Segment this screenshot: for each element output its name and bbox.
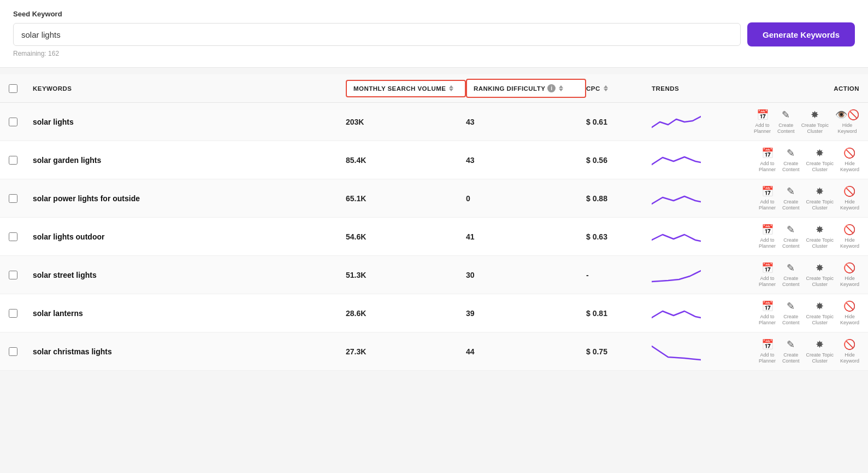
row-checkbox[interactable]: [9, 347, 33, 356]
calendar-icon: 📅: [761, 185, 773, 197]
keywords-table: KEYWORDS MONTHLY SEARCH VOLUME RANKING D…: [0, 74, 868, 371]
calendar-icon: 📅: [761, 300, 773, 312]
create-content-button[interactable]: ✎ CreateContent: [782, 185, 800, 211]
cluster-icon: ✸: [811, 109, 819, 121]
hide-keyword-button[interactable]: 🚫 HideKeyword: [840, 224, 859, 249]
add-to-planner-button[interactable]: 📅 Add toPlanner: [759, 147, 776, 173]
keyword-name: solar street lights: [33, 271, 346, 279]
table-row: solar christmas lights 27.3K 44 $ 0.75 📅…: [0, 332, 868, 371]
th-ranking-difficulty[interactable]: RANKING DIFFICULTY i: [466, 79, 586, 98]
hide-keyword-button[interactable]: 🚫 HideKeyword: [840, 338, 859, 364]
difficulty-cell: 39: [466, 309, 586, 318]
generate-keywords-button[interactable]: Generate Keywords: [747, 22, 855, 46]
create-content-button[interactable]: ✎ CreateContent: [782, 147, 800, 173]
create-content-button[interactable]: ✎ CreateContent: [782, 262, 800, 288]
hide-keyword-button[interactable]: 🚫 HideKeyword: [840, 262, 859, 288]
calendar-icon: 📅: [761, 224, 773, 236]
create-topic-cluster-button[interactable]: ✸ Create TopicCluster: [806, 224, 834, 249]
cpc-cell: $ 0.56: [586, 156, 652, 165]
seed-label: Seed Keyword: [13, 10, 855, 18]
table-row: solar garden lights 85.4K 43 $ 0.56 📅 Ad…: [0, 141, 868, 179]
action-cell: 📅 Add toPlanner ✎ CreateContent ✸ Create…: [739, 109, 859, 135]
action-cell: 📅 Add toPlanner ✎ CreateContent ✸ Create…: [739, 147, 859, 173]
table-header: KEYWORDS MONTHLY SEARCH VOLUME RANKING D…: [0, 74, 868, 103]
trends-cell: [652, 188, 739, 209]
hide-icon: 🚫: [843, 262, 855, 274]
hide-keyword-button[interactable]: 🚫 HideKeyword: [840, 300, 859, 326]
cluster-icon: ✸: [816, 300, 824, 312]
cpc-cell: $ 0.63: [586, 232, 652, 241]
hide-keyword-button[interactable]: 👁️‍🚫 HideKeyword: [835, 109, 859, 135]
action-cell: 📅 Add toPlanner ✎ CreateContent ✸ Create…: [739, 262, 859, 288]
calendar-icon: 📅: [757, 109, 769, 121]
volume-cell: 28.6K: [346, 309, 466, 318]
volume-cell: 65.1K: [346, 194, 466, 203]
edit-icon: ✎: [787, 185, 795, 197]
difficulty-cell: 43: [466, 118, 586, 126]
row-checkbox[interactable]: [9, 156, 33, 165]
th-trends: TRENDS: [652, 78, 739, 100]
hide-keyword-button[interactable]: 🚫 HideKeyword: [840, 185, 859, 211]
hide-icon: 🚫: [843, 224, 855, 236]
volume-cell: 51.3K: [346, 271, 466, 279]
keyword-name: solar power lights for outside: [33, 194, 346, 203]
create-topic-cluster-button[interactable]: ✸ Create TopicCluster: [801, 109, 829, 135]
th-keywords: KEYWORDS: [33, 78, 346, 100]
create-topic-cluster-button[interactable]: ✸ Create TopicCluster: [806, 338, 834, 364]
create-topic-cluster-button[interactable]: ✸ Create TopicCluster: [806, 262, 834, 288]
hide-icon: 🚫: [843, 185, 855, 197]
add-to-planner-button[interactable]: 📅 Add toPlanner: [759, 224, 776, 249]
th-action: ACTION: [739, 78, 859, 100]
hide-keyword-button[interactable]: 🚫 HideKeyword: [840, 147, 859, 173]
cluster-icon: ✸: [816, 147, 824, 159]
create-content-button[interactable]: ✎ CreateContent: [782, 224, 800, 249]
edit-icon: ✎: [787, 300, 795, 312]
keyword-name: solar christmas lights: [33, 347, 346, 356]
cluster-icon: ✸: [816, 262, 824, 274]
create-content-button[interactable]: ✎ CreateContent: [782, 338, 800, 364]
hide-icon: 👁️‍🚫: [835, 109, 859, 121]
cluster-icon: ✸: [816, 224, 824, 236]
sort-icon-volume: [449, 85, 453, 91]
add-to-planner-button[interactable]: 📅 Add toPlanner: [759, 262, 776, 288]
keyword-name: solar lanterns: [33, 309, 346, 318]
cpc-cell: $ 0.75: [586, 347, 652, 356]
th-checkbox[interactable]: [9, 77, 33, 101]
remaining-text: Remaining: 162: [13, 50, 855, 57]
table-row: solar lanterns 28.6K 39 $ 0.81 📅 Add toP…: [0, 294, 868, 332]
row-checkbox[interactable]: [9, 309, 33, 318]
create-content-button[interactable]: ✎ CreateContent: [777, 109, 795, 135]
calendar-icon: 📅: [761, 338, 773, 351]
trends-cell: [652, 302, 739, 324]
action-cell: 📅 Add toPlanner ✎ CreateContent ✸ Create…: [739, 300, 859, 326]
select-all-checkbox[interactable]: [9, 84, 17, 93]
th-monthly-search-volume[interactable]: MONTHLY SEARCH VOLUME: [346, 80, 466, 97]
create-content-button[interactable]: ✎ CreateContent: [782, 300, 800, 326]
edit-icon: ✎: [787, 147, 795, 159]
volume-cell: 85.4K: [346, 156, 466, 165]
th-cpc[interactable]: CPC: [586, 78, 652, 100]
add-to-planner-button[interactable]: 📅 Add toPlanner: [759, 185, 776, 211]
create-topic-cluster-button[interactable]: ✸ Create TopicCluster: [806, 147, 834, 173]
difficulty-cell: 44: [466, 347, 586, 356]
row-checkbox[interactable]: [9, 118, 33, 126]
add-to-planner-button[interactable]: 📅 Add toPlanner: [759, 338, 776, 364]
hide-icon: 🚫: [843, 147, 855, 159]
edit-icon: ✎: [787, 338, 795, 351]
cluster-icon: ✸: [816, 338, 824, 351]
add-to-planner-button[interactable]: 📅 Add toPlanner: [754, 109, 771, 135]
row-checkbox[interactable]: [9, 232, 33, 241]
add-to-planner-button[interactable]: 📅 Add toPlanner: [759, 300, 776, 326]
create-topic-cluster-button[interactable]: ✸ Create TopicCluster: [806, 300, 834, 326]
info-icon-difficulty[interactable]: i: [547, 84, 556, 92]
keyword-name: solar lights: [33, 118, 346, 126]
action-cell: 📅 Add toPlanner ✎ CreateContent ✸ Create…: [739, 224, 859, 249]
create-topic-cluster-button[interactable]: ✸ Create TopicCluster: [806, 185, 834, 211]
keyword-name: solar lights outdoor: [33, 232, 346, 241]
action-cell: 📅 Add toPlanner ✎ CreateContent ✸ Create…: [739, 338, 859, 364]
row-checkbox[interactable]: [9, 271, 33, 279]
row-checkbox[interactable]: [9, 194, 33, 203]
table-row: solar lights 203K 43 $ 0.61 📅 Add toPlan…: [0, 103, 868, 141]
cpc-cell: -: [586, 271, 652, 279]
seed-input[interactable]: [13, 23, 741, 46]
